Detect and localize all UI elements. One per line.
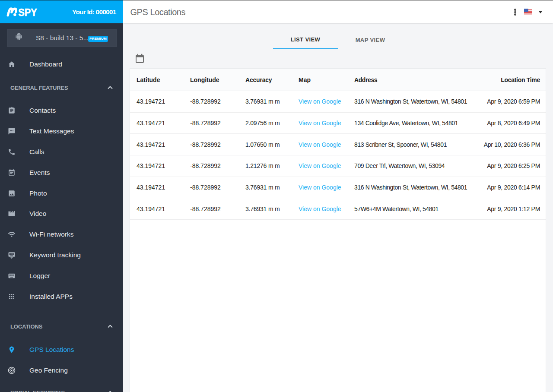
svg-text:SPY: SPY: [18, 7, 37, 17]
